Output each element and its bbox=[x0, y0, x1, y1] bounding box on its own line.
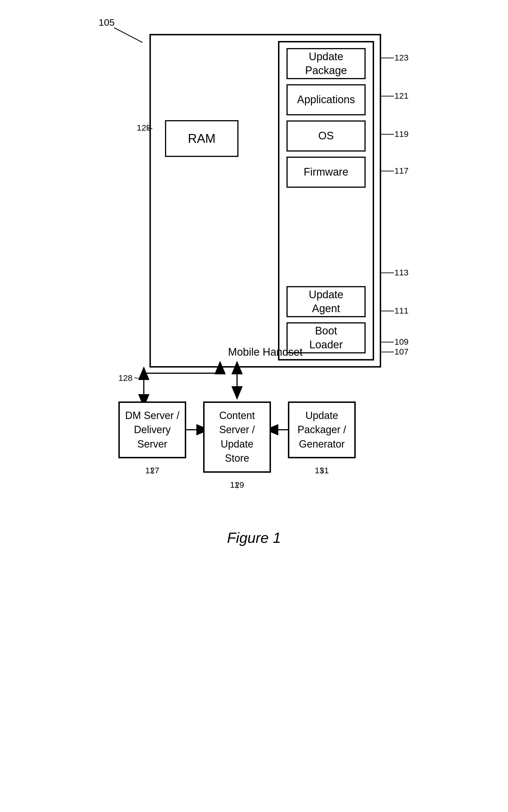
ref-123: 123 bbox=[394, 53, 409, 63]
ref-121-label: 121 bbox=[380, 93, 402, 100]
svg-line-0 bbox=[114, 28, 142, 42]
servers-row: DM Server /DeliveryServer 127 ContentSer… bbox=[110, 401, 364, 473]
update-agent-label: UpdateAgent bbox=[309, 288, 344, 316]
content-server-box: ContentServer /UpdateStore bbox=[203, 401, 271, 473]
flash-column: UpdatePackage Applications OS Firmware bbox=[278, 41, 374, 360]
applications-label: Applications bbox=[297, 93, 355, 107]
ref-107-label: 107 bbox=[380, 349, 402, 356]
ref-127-bracket bbox=[152, 468, 153, 474]
content-server-container: ContentServer /UpdateStore 129 bbox=[203, 401, 271, 473]
boot-loader-label: BootLoader bbox=[309, 324, 343, 352]
ram-box: RAM bbox=[165, 120, 239, 157]
ref-111-label: 111 bbox=[380, 308, 402, 315]
handset-outer: RAM 125 UpdatePackage bbox=[150, 34, 381, 368]
ref-128-label: 128 ~ bbox=[118, 373, 139, 383]
dm-server-label: DM Server /DeliveryServer bbox=[125, 409, 179, 451]
ref-117: 117 bbox=[394, 166, 409, 176]
ref-123-label: 123 bbox=[380, 55, 402, 62]
handset-border: RAM 125 UpdatePackage bbox=[150, 34, 381, 368]
ref-109-label: 109 bbox=[380, 339, 402, 346]
ram-label: RAM bbox=[188, 131, 216, 146]
update-package-label: UpdatePackage bbox=[305, 50, 347, 78]
ref-117-label: 117 bbox=[380, 168, 402, 175]
ref-109: 109 bbox=[394, 337, 409, 347]
update-agent-box: UpdateAgent bbox=[287, 286, 366, 317]
page: 105 RAM 125 bbox=[0, 0, 508, 812]
ref-119-label: 119 bbox=[380, 131, 402, 138]
applications-box: Applications bbox=[287, 84, 366, 115]
figure-caption: Figure 1 bbox=[227, 530, 281, 546]
update-packager-label: UpdatePackager /Generator bbox=[298, 409, 346, 451]
figure-caption-container: Figure 1 bbox=[98, 529, 410, 546]
dm-server-box: DM Server /DeliveryServer bbox=[118, 401, 186, 458]
figure-wrap: 105 RAM 125 bbox=[98, 17, 410, 546]
os-box: OS bbox=[287, 120, 366, 152]
ref-129-bracket bbox=[237, 482, 238, 488]
ref-113-label: 113 bbox=[380, 270, 402, 277]
ref-107: 107 bbox=[394, 347, 409, 356]
ref-111: 111 bbox=[394, 306, 409, 315]
handset-label: Mobile Handset bbox=[228, 346, 303, 358]
firmware-label: Firmware bbox=[304, 165, 348, 179]
servers-section: 128 ~ DM Server /DeliveryServer 127 bbox=[110, 401, 421, 473]
mobile-handset-text: Mobile Handset bbox=[228, 346, 303, 358]
update-packager-box: UpdatePackager /Generator bbox=[288, 401, 356, 458]
os-label: OS bbox=[319, 129, 334, 143]
ref-119: 119 bbox=[394, 129, 409, 139]
dm-server-container: DM Server /DeliveryServer 127 bbox=[118, 401, 186, 458]
ref-113: 113 bbox=[394, 268, 409, 277]
content-server-label: ContentServer /UpdateStore bbox=[219, 409, 255, 466]
firmware-box: Firmware bbox=[287, 157, 366, 188]
ref-125-line bbox=[145, 126, 154, 131]
ref-121: 121 bbox=[394, 91, 409, 101]
ref-131-bracket bbox=[322, 468, 323, 474]
update-packager-container: UpdatePackager /Generator 131 bbox=[288, 401, 356, 458]
ref-128: 128 bbox=[118, 373, 132, 383]
update-package-box: UpdatePackage bbox=[287, 48, 366, 79]
